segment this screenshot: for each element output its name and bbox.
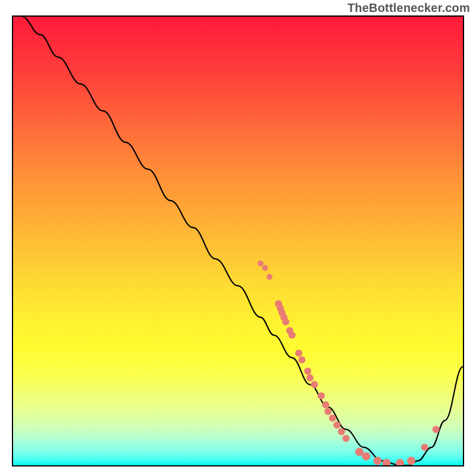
data-point xyxy=(267,274,273,280)
data-point xyxy=(304,368,311,375)
data-point xyxy=(421,444,428,451)
data-point xyxy=(333,421,340,428)
data-point xyxy=(407,456,415,465)
data-point xyxy=(262,265,268,271)
data-point xyxy=(338,428,345,435)
data-point xyxy=(322,401,329,408)
chart-area xyxy=(12,15,464,466)
data-point xyxy=(306,374,314,381)
data-point xyxy=(382,459,390,465)
data-point xyxy=(324,408,331,415)
data-point xyxy=(433,426,440,433)
chart-overlay xyxy=(13,17,463,465)
attribution-label: TheBottlenecker.com xyxy=(347,1,470,15)
data-point xyxy=(329,415,336,422)
chart-scatter-points xyxy=(258,261,440,465)
chart-curve xyxy=(22,17,463,465)
data-point xyxy=(282,318,289,325)
data-point xyxy=(311,381,318,388)
data-point xyxy=(298,356,305,364)
data-point xyxy=(396,459,404,465)
data-point xyxy=(342,435,349,442)
data-point xyxy=(362,452,370,461)
data-point xyxy=(373,456,381,465)
data-point xyxy=(289,331,296,339)
data-point xyxy=(318,392,325,399)
data-point xyxy=(295,350,302,357)
data-point xyxy=(258,261,264,267)
